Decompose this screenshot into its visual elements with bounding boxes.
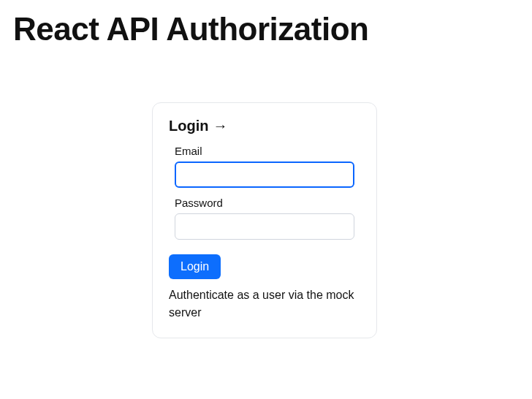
login-button[interactable]: Login [169, 254, 221, 279]
card-title-text: Login [169, 118, 208, 134]
email-row: Email [175, 145, 354, 188]
password-label: Password [175, 197, 354, 209]
page-title: React API Authorization [13, 12, 532, 47]
arrow-right-icon: → [213, 118, 227, 134]
card-title: Login → [169, 118, 360, 134]
password-field[interactable] [175, 213, 354, 240]
login-card: Login → Email Password Login Authenticat… [152, 102, 377, 338]
card-caption: Authenticate as a user via the mock serv… [169, 286, 360, 322]
email-label: Email [175, 145, 354, 157]
email-field[interactable] [175, 162, 354, 188]
password-row: Password [175, 197, 354, 240]
